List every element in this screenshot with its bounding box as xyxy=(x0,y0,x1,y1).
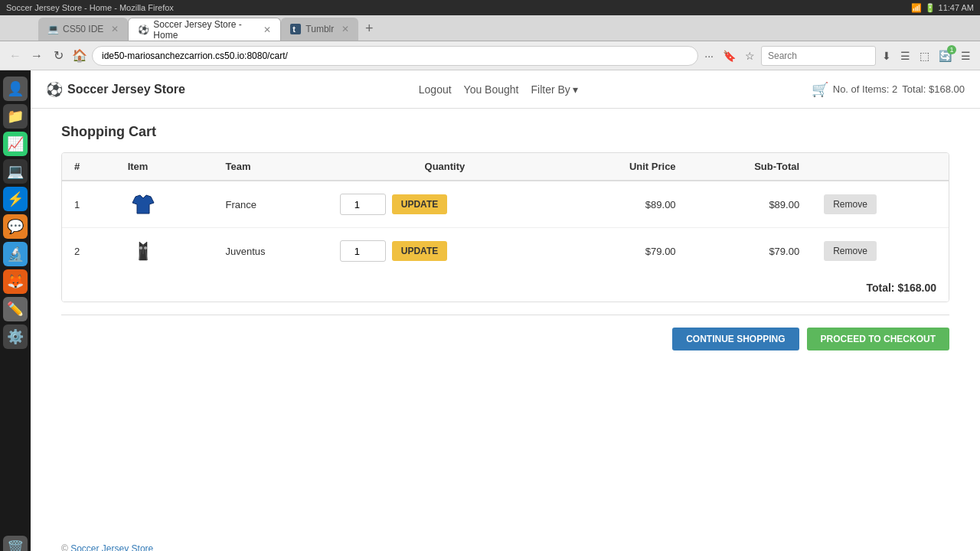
cart-icon: 🛒 xyxy=(812,81,828,98)
row1-update-button[interactable]: UPDATE xyxy=(392,194,447,214)
os-icon-firefox[interactable]: 🦊 xyxy=(3,269,28,294)
footer-link[interactable]: Soccer Jersey Store xyxy=(70,543,153,551)
row2-update-button[interactable]: UPDATE xyxy=(392,241,447,261)
tab-label-cs50: CS50 IDE xyxy=(63,24,103,34)
tab-soccer-store[interactable]: ⚽ Soccer Jersey Store - Home ✕ xyxy=(128,18,281,41)
row2-qty-input[interactable] xyxy=(340,240,386,262)
os-topbar-right: 📶 🔋 11:47 AM xyxy=(911,3,974,13)
os-icon-activity[interactable]: 📈 xyxy=(3,132,28,156)
site-brand: ⚽ Soccer Jersey Store xyxy=(46,81,185,98)
cart-table-wrapper: # Item Team Quantity Unit Price Sub-Tota… xyxy=(61,152,949,302)
os-icon-edit[interactable]: ✏️ xyxy=(3,297,28,321)
sidebar-toggle-icon[interactable]: ⬚ xyxy=(916,48,933,64)
sync-icon[interactable]: 🔄1 xyxy=(936,48,955,64)
row2-unit-price: $79.00 xyxy=(562,228,688,275)
row1-qty-area: UPDATE xyxy=(340,194,550,215)
row2-qty-cell: UPDATE xyxy=(328,228,562,275)
cart-items-count: No. of Items: 2 xyxy=(833,83,898,95)
os-icon-person[interactable]: 👤 xyxy=(3,77,28,101)
row2-item xyxy=(116,228,214,275)
continue-shopping-button[interactable]: CONTINUE SHOPPING xyxy=(672,328,799,350)
os-topbar: Soccer Jersey Store - Home - Mozilla Fir… xyxy=(0,0,980,15)
footer-copyright: © xyxy=(61,543,68,551)
tab-close-soccer[interactable]: ✕ xyxy=(263,24,271,35)
network-icon: 📶 xyxy=(911,3,922,13)
tab-close-cs50[interactable]: ✕ xyxy=(111,24,119,34)
window-title: Soccer Jersey Store - Home - Mozilla Fir… xyxy=(6,3,174,12)
forward-button[interactable]: → xyxy=(28,47,46,65)
brand-name: Soccer Jersey Store xyxy=(67,83,185,96)
you-bought-link[interactable]: You Bought xyxy=(464,83,519,96)
back-button[interactable]: ← xyxy=(6,47,24,65)
filter-by-button[interactable]: Filter By ▾ xyxy=(531,83,578,96)
tab-favicon-tumblr: t xyxy=(290,24,301,34)
chevron-down-icon: ▾ xyxy=(573,83,578,96)
table-row: 1 France xyxy=(62,181,949,228)
row1-qty-cell: UPDATE xyxy=(328,181,562,228)
col-header-actions xyxy=(812,153,949,181)
os-icon-chat[interactable]: 💬 xyxy=(3,214,28,239)
reload-button[interactable]: ↻ xyxy=(49,47,67,65)
row1-qty-input[interactable] xyxy=(340,194,386,215)
cart-table: # Item Team Quantity Unit Price Sub-Tota… xyxy=(62,153,949,274)
tab-cs50-ide[interactable]: 💻 CS50 IDE ✕ xyxy=(38,18,128,41)
row2-num: 2 xyxy=(62,228,116,275)
download-icon[interactable]: ⬇ xyxy=(879,48,894,64)
row1-team: France xyxy=(214,181,328,228)
battery-icon: 🔋 xyxy=(925,3,936,13)
tab-close-tumblr[interactable]: ✕ xyxy=(341,24,349,34)
more-icon[interactable]: ··· xyxy=(701,48,717,64)
brand-icon: ⚽ xyxy=(46,81,63,98)
os-icon-vscode[interactable]: ⚡ xyxy=(3,187,28,211)
row1-item xyxy=(116,181,214,228)
star-icon[interactable]: ☆ xyxy=(742,48,758,64)
cart-table-header: # Item Team Quantity Unit Price Sub-Tota… xyxy=(62,153,949,181)
row1-num: 1 xyxy=(62,181,116,228)
col-header-num: # xyxy=(62,153,116,181)
col-header-sub-total: Sub-Total xyxy=(688,153,812,181)
page-content: Shopping Cart # Item Team Quantity Unit … xyxy=(31,109,980,531)
site-navbar: ⚽ Soccer Jersey Store Logout You Bought … xyxy=(31,70,980,109)
tab-label-soccer: Soccer Jersey Store - Home xyxy=(153,19,256,41)
os-icon-files[interactable]: 📁 xyxy=(3,104,28,129)
divider xyxy=(61,315,949,315)
proceed-checkout-button[interactable]: PROCEED TO CHECKOUT xyxy=(807,328,949,350)
address-bar-area: ← → ↻ 🏠 ··· 🔖 ☆ ⬇ ☰ ⬚ 🔄1 ☰ xyxy=(0,41,980,70)
reader-icon[interactable]: ☰ xyxy=(897,48,913,64)
svg-point-1 xyxy=(144,246,147,249)
cart-table-body: 1 France xyxy=(62,181,949,274)
tab-favicon-soccer: ⚽ xyxy=(138,24,149,35)
action-buttons: CONTINUE SHOPPING PROCEED TO CHECKOUT xyxy=(61,328,949,350)
logout-link[interactable]: Logout xyxy=(419,83,452,96)
os-icon-trash[interactable]: 🗑️ xyxy=(3,536,28,551)
row2-jersey-icon xyxy=(128,236,158,266)
clock: 11:47 AM xyxy=(939,3,974,12)
site-footer: © Soccer Jersey Store xyxy=(31,531,980,551)
row2-remove-button[interactable]: Remove xyxy=(824,241,877,261)
os-sidebar: 👤 📁 📈 💻 ⚡ 💬 🔬 🦊 ✏️ ⚙️ 🗑️ xyxy=(0,70,31,551)
home-button[interactable]: 🏠 xyxy=(70,47,89,65)
row1-sub-total: $89.00 xyxy=(688,181,812,228)
tab-favicon-cs50: 💻 xyxy=(47,24,58,34)
col-header-quantity: Quantity xyxy=(328,153,562,181)
row1-unit-price: $89.00 xyxy=(562,181,688,228)
tab-label-tumblr: Tumblr xyxy=(305,24,334,34)
cart-area: 🛒 No. of Items: 2 Total: $168.00 xyxy=(812,81,965,98)
address-input[interactable] xyxy=(92,46,698,66)
bookmark-icon[interactable]: 🔖 xyxy=(720,48,739,64)
row2-qty-area: UPDATE xyxy=(340,240,550,262)
site-nav-links: Logout You Bought Filter By ▾ xyxy=(419,83,578,96)
filter-by-label: Filter By xyxy=(531,83,570,96)
os-icon-settings[interactable]: ⚙️ xyxy=(3,324,28,349)
tab-bar: 💻 CS50 IDE ✕ ⚽ Soccer Jersey Store - Hom… xyxy=(0,15,980,41)
os-icon-lab[interactable]: 🔬 xyxy=(3,242,28,266)
tab-tumblr[interactable]: t Tumblr ✕ xyxy=(281,18,358,41)
os-icon-terminal[interactable]: 💻 xyxy=(3,159,28,184)
search-input[interactable] xyxy=(761,46,876,66)
row2-team: Juventus xyxy=(214,228,328,275)
new-tab-button[interactable]: + xyxy=(358,18,380,39)
row1-remove-button[interactable]: Remove xyxy=(824,194,877,214)
toolbar-icons: ··· 🔖 ☆ xyxy=(701,48,758,64)
col-header-team: Team xyxy=(214,153,328,181)
menu-icon[interactable]: ☰ xyxy=(958,48,974,64)
